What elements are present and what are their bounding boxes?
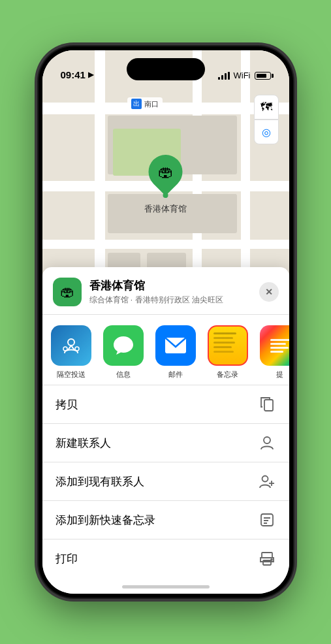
map-block4	[178, 194, 237, 233]
airdrop-label: 隔空投送	[57, 370, 86, 379]
more-label: 提	[276, 370, 283, 379]
notes-line-2	[213, 337, 234, 339]
venue-info: 香港体育馆 综合体育馆 · 香港特别行政区 油尖旺区	[89, 278, 259, 306]
map-block2	[178, 116, 237, 174]
dynamic-island	[127, 58, 205, 80]
map-view-icon: 🗺	[260, 101, 272, 114]
status-icons: WiFi	[218, 71, 271, 80]
printer-icon	[258, 549, 276, 568]
share-mail[interactable]: 邮件	[152, 325, 199, 379]
road-h3	[42, 240, 289, 249]
svg-point-5	[264, 437, 270, 443]
signal-bar-3	[225, 73, 227, 80]
airdrop-icon	[51, 325, 91, 366]
notes-line-5	[213, 351, 234, 353]
svg-rect-13	[262, 553, 272, 558]
pin-bg: 🏟	[142, 148, 190, 196]
svg-point-6	[262, 476, 268, 482]
notes-label: 备忘录	[217, 370, 238, 379]
battery-icon	[255, 72, 271, 80]
notes-icon	[208, 325, 248, 366]
phone-screen: 09:41 ▶ WiFi	[42, 50, 289, 594]
svg-point-15	[271, 559, 272, 560]
time-display: 09:41	[61, 69, 86, 80]
share-airdrop[interactable]: 隔空投送	[48, 325, 95, 379]
action-list: 拷贝 新建联系人	[42, 385, 289, 577]
svg-point-1	[63, 347, 67, 351]
action-print-label: 打印	[55, 551, 78, 566]
sheet-header: 🏟 香港体育馆 综合体育馆 · 香港特别行政区 油尖旺区 ✕	[42, 267, 289, 315]
person-icon	[258, 434, 276, 452]
notes-lines	[209, 327, 247, 355]
svg-point-2	[75, 347, 79, 351]
close-icon: ✕	[265, 287, 273, 297]
share-notes[interactable]: 备忘录	[204, 325, 251, 379]
location-icon: ◎	[262, 126, 271, 138]
location-pin: 🏟 香港体育馆	[144, 155, 187, 215]
mail-icon	[155, 325, 196, 366]
location-arrow-icon: ▶	[88, 71, 93, 79]
action-add-quick-note[interactable]: 添加到新快速备忘录	[42, 501, 289, 539]
share-actions-row: 隔空投送 信息	[42, 315, 289, 385]
battery-fill	[257, 74, 266, 78]
venue-name: 香港体育馆	[89, 278, 259, 293]
venue-subtitle: 综合体育馆 · 香港特别行政区 油尖旺区	[89, 295, 259, 306]
note-icon	[258, 511, 276, 529]
person-add-icon	[258, 472, 276, 491]
svg-rect-4	[264, 400, 273, 411]
status-time: 09:41 ▶	[61, 69, 93, 80]
home-indicator	[122, 585, 210, 588]
south-entrance-label: 出 南口	[127, 97, 163, 110]
bottom-sheet: 🏟 香港体育馆 综合体育馆 · 香港特别行政区 油尖旺区 ✕	[42, 267, 289, 594]
pin-dot	[163, 193, 168, 198]
venue-icon: 🏟	[53, 278, 82, 306]
wifi-icon: WiFi	[234, 71, 251, 80]
signal-bars	[218, 72, 230, 80]
signal-bar-2	[221, 75, 223, 80]
messages-label: 信息	[116, 370, 131, 379]
pin-emoji: 🏟	[158, 163, 174, 181]
messages-icon	[103, 325, 144, 366]
share-more[interactable]: 提	[257, 325, 289, 379]
action-add-existing[interactable]: 添加到现有联系人	[42, 462, 289, 501]
action-copy-label: 拷贝	[55, 397, 78, 412]
pin-label: 香港体育馆	[144, 203, 187, 215]
venue-emoji: 🏟	[60, 283, 74, 300]
pin-shape: 🏟	[148, 155, 184, 199]
map-controls: 🗺 ◎	[254, 95, 279, 144]
copy-icon	[258, 395, 276, 413]
road-h1	[42, 103, 289, 114]
more-icon-lines	[265, 334, 289, 358]
svg-point-0	[68, 339, 74, 346]
close-button[interactable]: ✕	[259, 282, 279, 302]
action-print[interactable]: 打印	[42, 539, 289, 577]
notes-line-1	[213, 332, 236, 334]
mail-label: 邮件	[168, 370, 183, 379]
notes-line-4	[213, 346, 232, 348]
action-new-contact-label: 新建联系人	[55, 436, 111, 451]
more-icon	[260, 325, 289, 366]
action-add-existing-label: 添加到现有联系人	[55, 474, 144, 489]
action-add-quick-note-label: 添加到新快速备忘录	[55, 513, 155, 528]
notes-line-3	[213, 342, 235, 344]
location-button[interactable]: ◎	[254, 120, 279, 144]
signal-bar-1	[218, 77, 220, 80]
svg-rect-14	[263, 560, 271, 565]
share-messages[interactable]: 信息	[100, 325, 147, 379]
phone-frame: 09:41 ▶ WiFi	[39, 46, 293, 598]
action-new-contact[interactable]: 新建联系人	[42, 424, 289, 462]
map-view-button[interactable]: 🗺	[254, 95, 279, 120]
entrance-name: 南口	[144, 99, 159, 109]
signal-bar-4	[228, 72, 230, 80]
entrance-prefix: 出	[131, 99, 142, 109]
svg-rect-9	[261, 514, 273, 526]
action-copy[interactable]: 拷贝	[42, 385, 289, 424]
